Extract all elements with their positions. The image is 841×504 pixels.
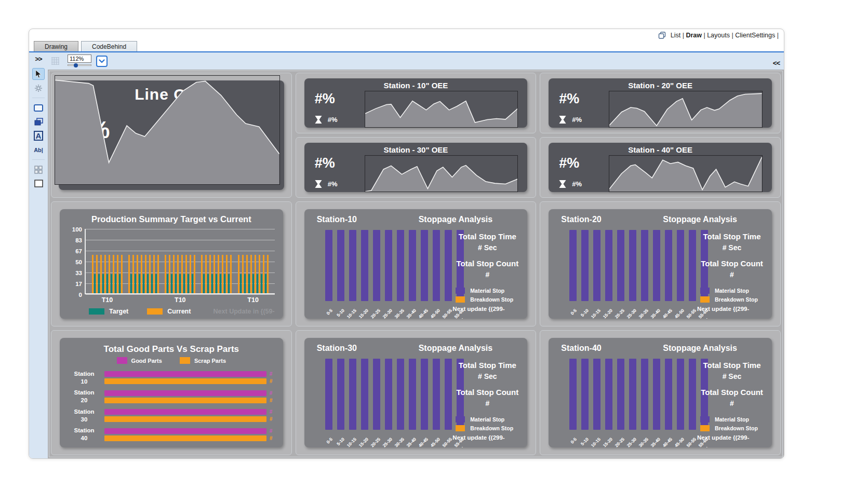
- line-oee-tile[interactable]: Line OEE #% #%: [59, 80, 284, 190]
- stoppage-legend: Material StopBreakdown Stop: [696, 416, 768, 431]
- material-stop-bar: [569, 230, 577, 301]
- station-20-oee-tile[interactable]: Station - 20" OEE #% #%: [549, 78, 772, 128]
- layers-tool-button[interactable]: [32, 116, 45, 128]
- target-bar: [257, 274, 258, 293]
- nav-link-list[interactable]: List: [671, 32, 680, 39]
- textbox-tool-button[interactable]: Ab|: [32, 144, 45, 156]
- next-update-text: Next Update in {(59-: [213, 308, 275, 315]
- station-oee-subvalue: #%: [572, 180, 582, 188]
- legend-label: Material Stop: [470, 416, 504, 423]
- target-bar: [261, 274, 262, 293]
- y-tick-label: 50: [75, 259, 82, 265]
- current-bar: [113, 255, 114, 293]
- production-chart: 10083675033170: [67, 229, 275, 294]
- station-oee-value: #%: [315, 91, 365, 107]
- current-bar: [190, 255, 191, 293]
- current-bar: [230, 255, 232, 293]
- stoppage-panel-station-20[interactable]: Station-20Stoppage Analysis0-55-1010-151…: [549, 209, 772, 319]
- nav-links: List | Draw | Layouts | ClientSettings |: [671, 32, 779, 39]
- plot-area: [85, 229, 275, 294]
- nav-link-clientsettings[interactable]: ClientSettings: [735, 32, 775, 39]
- target-bar: [220, 274, 221, 293]
- material-stop-bar: [397, 230, 404, 301]
- x-tick-label: T10: [165, 296, 195, 304]
- legend-swatch: [89, 308, 104, 315]
- collapse-left-button[interactable]: >>: [35, 55, 42, 63]
- nav-link-layouts[interactable]: Layouts: [707, 32, 730, 39]
- hourglass-icon: [315, 116, 322, 124]
- production-footer: TargetCurrentNext Update in {(59-: [89, 308, 275, 315]
- legend-item: Breakdown Stop: [456, 425, 523, 431]
- material-stop-bar: [349, 359, 356, 430]
- x-tick-label: 5-10: [337, 430, 344, 445]
- x-tick-label: 55-60: [701, 301, 708, 317]
- collapse-right-button[interactable]: <<: [773, 59, 780, 67]
- grid-cell: Station - 30" OEE #% #%: [296, 137, 537, 198]
- target-bar: [171, 274, 172, 293]
- good-parts-value: #: [270, 371, 273, 377]
- stoppage-panel-station-30[interactable]: Station-30Stoppage Analysis0-55-1010-151…: [304, 338, 528, 447]
- panel-grid-tool-button[interactable]: [32, 164, 45, 175]
- legend-item: Scrap Parts: [180, 357, 226, 364]
- target-bar: [98, 274, 100, 293]
- stoppage-legend: Material StopBreakdown Stop: [451, 416, 523, 431]
- station-oee-value: #%: [315, 155, 365, 171]
- legend-label: Breakdown Stop: [715, 425, 758, 431]
- current-bar: [209, 255, 211, 293]
- total-stop-time-value: # Sec: [478, 372, 497, 380]
- zoom-slider[interactable]: [68, 63, 91, 67]
- target-bar: [102, 274, 104, 293]
- select-tool-button[interactable]: [32, 68, 45, 80]
- scrap-parts-bar: [104, 378, 266, 384]
- nav-link-draw[interactable]: Draw: [686, 32, 702, 39]
- material-stop-bar: [349, 230, 356, 301]
- stoppage-panel-station-10[interactable]: Station-10Stoppage Analysis0-55-1010-151…: [304, 209, 528, 319]
- material-stop-bar: [325, 359, 332, 430]
- zoom-input[interactable]: [68, 55, 91, 63]
- zoom-dropdown-button[interactable]: [96, 56, 108, 67]
- good-scrap-panel[interactable]: Total Good Parts Vs Scrap PartsGood Part…: [60, 338, 283, 447]
- material-stop-bar: [605, 230, 612, 301]
- target-bar: [115, 274, 116, 293]
- label-tool-button[interactable]: A: [32, 130, 45, 142]
- snap-grid-icon[interactable]: [51, 57, 60, 65]
- x-tick-label: 15-20: [361, 301, 368, 317]
- zoom-slider-thumb[interactable]: [74, 63, 78, 67]
- zoom-slider-track: [68, 64, 91, 66]
- stoppage-legend: Material StopBreakdown Stop: [451, 288, 523, 303]
- hourglass-icon: [559, 116, 566, 124]
- total-stop-time-label: Total Stop Time: [459, 361, 516, 370]
- station-oee-subvalue-row: #%: [559, 180, 609, 188]
- station-10-oee-tile[interactable]: Station - 10" OEE #% #%: [304, 78, 528, 128]
- grid-cell: Station-10Stoppage Analysis0-55-1010-151…: [296, 201, 537, 326]
- station-40-oee-tile[interactable]: Station - 40" OEE #% #%: [549, 143, 772, 192]
- stoppage-body: 0-55-1010-1515-2020-2525-3030-3535-4040-…: [557, 230, 768, 317]
- stoppage-panel-station-40[interactable]: Station-40Stoppage Analysis0-55-1010-151…: [549, 338, 772, 447]
- screen-tool-button[interactable]: [32, 102, 45, 114]
- scrap-parts-bar: [104, 398, 266, 403]
- x-tick-label: 45-50: [433, 301, 440, 317]
- stoppage-bar-chart: 0-55-1010-1515-2020-2525-3030-3535-4040-…: [313, 359, 452, 445]
- stoppage-title: Stoppage Analysis: [419, 215, 493, 224]
- x-tick-label: 40-45: [665, 301, 672, 317]
- tab-drawing[interactable]: Drawing: [34, 41, 78, 51]
- tab-codebehind[interactable]: CodeBehind: [81, 41, 137, 51]
- rectangle-tool-button[interactable]: [32, 178, 45, 189]
- material-stop-bar: [653, 230, 660, 301]
- stoppage-header: Station-30Stoppage Analysis: [304, 338, 528, 353]
- x-tick-label: 30-35: [397, 430, 404, 445]
- station-30-oee-tile[interactable]: Station - 30" OEE #% #%: [304, 143, 528, 192]
- total-stop-count-value: #: [485, 270, 489, 279]
- x-tick-label: 25-30: [385, 430, 392, 445]
- current-bar: [201, 255, 203, 293]
- stoppage-bar-chart: 0-55-1010-1515-2020-2525-3030-3535-4040-…: [313, 230, 452, 317]
- dashboard-grid: Line OEE #% #%: [49, 71, 783, 457]
- current-bar: [238, 255, 239, 293]
- material-stop-bar: [337, 359, 344, 430]
- target-bar: [119, 274, 121, 293]
- current-bar: [104, 255, 106, 293]
- settings-tool-button[interactable]: [32, 82, 45, 94]
- material-stop-bar: [325, 230, 332, 301]
- production-summary-panel[interactable]: Production Summary Target vs Current1008…: [60, 209, 283, 319]
- design-canvas[interactable]: Line OEE #% #%: [48, 70, 784, 458]
